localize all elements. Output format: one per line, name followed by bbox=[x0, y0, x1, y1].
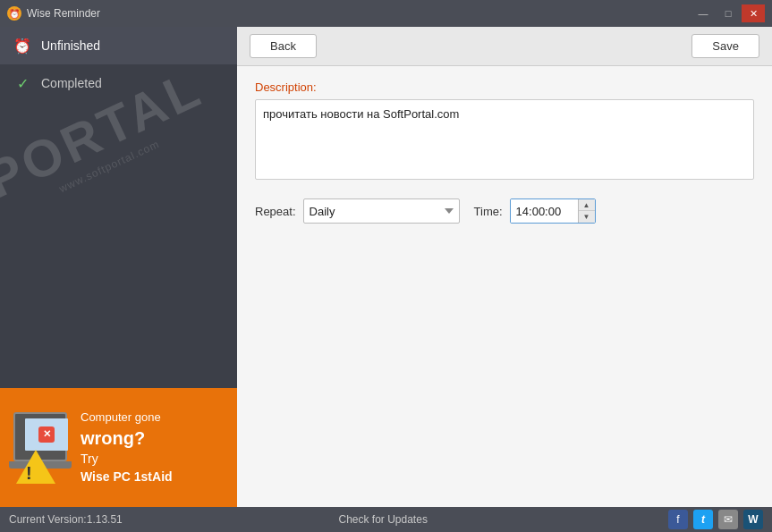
sidebar-item-completed-label: Completed bbox=[41, 76, 102, 90]
sidebar-item-unfinished[interactable]: ⏰ Unfinished bbox=[0, 27, 237, 64]
ad-product: Wise PC 1stAid bbox=[81, 469, 173, 484]
time-down-button[interactable]: ▼ bbox=[579, 211, 595, 223]
sidebar-item-completed[interactable]: ✓ Completed bbox=[0, 64, 237, 102]
sidebar: ⏰ Unfinished ✓ Completed PORTAL www.soft… bbox=[0, 27, 237, 507]
ad-try: Try bbox=[81, 452, 98, 466]
mail-icon[interactable]: ✉ bbox=[718, 510, 738, 529]
ad-icon: ✕ ! bbox=[9, 412, 72, 484]
facebook-icon[interactable]: f bbox=[668, 510, 688, 529]
watermark-url: www.softportal.com bbox=[57, 138, 162, 195]
main-panel: Back Save Description: прочитать новости… bbox=[237, 27, 772, 507]
sidebar-list: ⏰ Unfinished ✓ Completed PORTAL www.soft… bbox=[0, 27, 237, 388]
status-bar: Current Version:1.13.51 Check for Update… bbox=[0, 507, 772, 532]
description-label: Description: bbox=[255, 80, 754, 94]
repeat-label: Repeat: bbox=[255, 205, 296, 218]
ad-text: Computer gone wrong? Try Wise PC 1stAid bbox=[81, 410, 173, 486]
time-control: ▲ ▼ bbox=[510, 198, 596, 224]
twitter-icon[interactable]: t bbox=[693, 510, 713, 529]
close-button[interactable]: ✕ bbox=[742, 4, 765, 22]
update-link[interactable]: Check for Updates bbox=[339, 513, 669, 526]
time-input[interactable] bbox=[511, 199, 578, 223]
repeat-select[interactable]: Daily Weekly Monthly Once bbox=[303, 198, 460, 224]
time-label: Time: bbox=[474, 205, 503, 218]
error-icon: ✕ bbox=[38, 426, 55, 443]
sidebar-item-unfinished-label: Unfinished bbox=[41, 38, 100, 53]
title-bar: ⏰ Wise Reminder — □ ✕ bbox=[0, 0, 772, 27]
description-textarea[interactable]: прочитать новости на SoftPortal.com bbox=[255, 99, 754, 180]
save-button[interactable]: Save bbox=[691, 34, 759, 58]
form-area: Description: прочитать новости на SoftPo… bbox=[237, 66, 772, 507]
window-controls: — □ ✕ bbox=[691, 4, 765, 22]
back-button[interactable]: Back bbox=[250, 34, 317, 58]
completed-icon: ✓ bbox=[13, 73, 32, 93]
ad-banner[interactable]: ✕ ! Computer gone wrong? Try Wise PC 1st… bbox=[0, 388, 237, 507]
version-text: Current Version:1.13.51 bbox=[9, 513, 339, 526]
time-up-button[interactable]: ▲ bbox=[579, 199, 595, 211]
social-icons: f t ✉ W bbox=[668, 510, 763, 529]
warning-exclamation: ! bbox=[26, 464, 32, 482]
time-spinners: ▲ ▼ bbox=[578, 199, 595, 223]
wise-icon[interactable]: W bbox=[743, 510, 763, 529]
form-row-settings: Repeat: Daily Weekly Monthly Once Time: … bbox=[255, 198, 754, 224]
minimize-button[interactable]: — bbox=[691, 4, 715, 22]
ad-headline: Computer gone bbox=[81, 410, 161, 424]
repeat-field: Repeat: Daily Weekly Monthly Once bbox=[255, 198, 460, 224]
ad-subheadline: wrong? bbox=[81, 426, 173, 451]
toolbar: Back Save bbox=[237, 27, 772, 66]
warning-triangle bbox=[16, 450, 55, 484]
maximize-button[interactable]: □ bbox=[717, 4, 740, 22]
app-title: Wise Reminder bbox=[27, 7, 100, 20]
app-icon: ⏰ bbox=[7, 6, 21, 21]
unfinished-icon: ⏰ bbox=[13, 36, 32, 55]
app-body: ⏰ Unfinished ✓ Completed PORTAL www.soft… bbox=[0, 27, 772, 507]
time-field: Time: ▲ ▼ bbox=[474, 198, 596, 224]
